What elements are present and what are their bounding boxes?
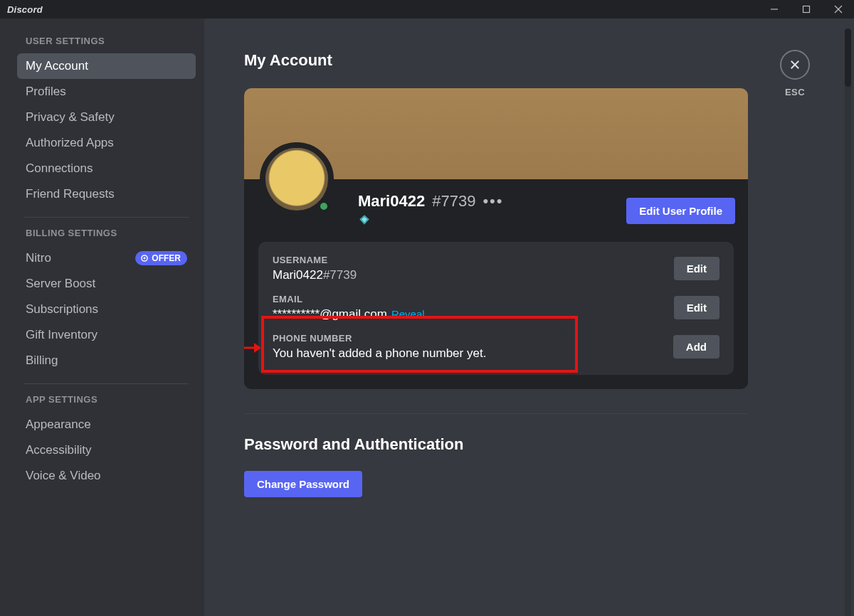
profile-more-button[interactable]: ••• [483, 192, 503, 211]
sidebar-item-label: My Account [26, 59, 88, 73]
sidebar-divider [24, 383, 189, 384]
sidebar-item-nitro[interactable]: Nitro OFFER [17, 245, 196, 271]
field-value: **********@gmail.comReveal [273, 307, 425, 322]
window-maximize-button[interactable] [790, 0, 822, 18]
sidebar-item-label: Appearance [26, 418, 91, 432]
sidebar-item-label: Subscriptions [26, 302, 98, 317]
settings-sidebar: USER SETTINGS My Account Profiles Privac… [0, 18, 204, 616]
account-fields: USERNAME Mari0422#7739 Edit EMAIL [258, 242, 734, 375]
settings-content: ESC My Account Mari0422#7739 •• [204, 18, 854, 616]
sidebar-item-authorized-apps[interactable]: Authorized Apps [17, 130, 196, 156]
field-phone-number: PHONE NUMBER You haven't added a phone n… [273, 323, 719, 362]
sidebar-item-billing[interactable]: Billing [17, 348, 196, 373]
offer-badge-text: OFFER [152, 253, 181, 263]
sidebar-item-label: Connections [26, 161, 93, 176]
annotation-arrow-icon [244, 341, 261, 357]
field-username: USERNAME Mari0422#7739 Edit [273, 245, 719, 284]
field-value: Mari0422#7739 [273, 268, 357, 282]
sidebar-item-profiles[interactable]: Profiles [17, 79, 196, 105]
field-email: EMAIL **********@gmail.comReveal Edit [273, 284, 719, 323]
change-password-button[interactable]: Change Password [244, 471, 362, 497]
window-titlebar: Discord [0, 0, 854, 18]
sidebar-item-label: Gift Inventory [26, 328, 97, 342]
scrollbar-thumb[interactable] [845, 28, 851, 87]
content-divider [244, 413, 748, 414]
edit-user-profile-button[interactable]: Edit User Profile [626, 198, 735, 224]
svg-point-5 [144, 257, 146, 260]
password-auth-title: Password and Authentication [244, 435, 748, 454]
sidebar-item-subscriptions[interactable]: Subscriptions [17, 297, 196, 322]
sidebar-item-gift-inventory[interactable]: Gift Inventory [17, 322, 196, 348]
status-online-icon [317, 199, 331, 213]
profile-card: Mari0422#7739 ••• Edit User Profile [244, 88, 748, 389]
sidebar-item-server-boost[interactable]: Server Boost [17, 271, 196, 297]
profile-username: Mari0422 [358, 192, 425, 211]
window-close-button[interactable] [822, 0, 854, 18]
add-phone-button[interactable]: Add [673, 335, 719, 359]
edit-username-button[interactable]: Edit [674, 257, 719, 280]
sidebar-section-billing-settings: BILLING SETTINGS [26, 228, 196, 238]
sidebar-item-privacy-safety[interactable]: Privacy & Safety [17, 105, 196, 130]
hypesquad-badge-icon [358, 213, 503, 229]
sidebar-item-label: Accessibility [26, 443, 92, 457]
sidebar-item-accessibility[interactable]: Accessibility [17, 437, 196, 463]
sidebar-item-label: Server Boost [26, 277, 95, 291]
nitro-icon [139, 253, 149, 263]
sidebar-item-connections[interactable]: Connections [17, 156, 196, 181]
field-label: EMAIL [273, 294, 425, 304]
svg-rect-1 [803, 6, 809, 13]
reveal-email-button[interactable]: Reveal [391, 308, 425, 320]
sidebar-item-appearance[interactable]: Appearance [17, 412, 196, 437]
sidebar-section-app-settings: APP SETTINGS [26, 394, 196, 405]
window-minimize-button[interactable] [758, 0, 790, 18]
sidebar-item-label: Friend Requests [26, 187, 115, 201]
sidebar-divider [24, 217, 189, 218]
page-title: My Account [244, 51, 748, 70]
edit-email-button[interactable]: Edit [674, 296, 719, 319]
sidebar-item-my-account[interactable]: My Account [17, 53, 196, 79]
scrollbar[interactable] [845, 28, 851, 616]
sidebar-item-label: Billing [26, 354, 58, 368]
profile-discriminator: #7739 [432, 192, 475, 211]
app-name: Discord [7, 4, 43, 15]
sidebar-item-friend-requests[interactable]: Friend Requests [17, 181, 196, 207]
field-value: You haven't added a phone number yet. [273, 346, 486, 361]
sidebar-item-label: Privacy & Safety [26, 110, 115, 124]
offer-badge: OFFER [135, 251, 187, 265]
sidebar-section-user-settings: USER SETTINGS [26, 36, 196, 46]
field-label: PHONE NUMBER [273, 333, 486, 344]
field-label: USERNAME [273, 255, 357, 265]
svg-marker-11 [254, 343, 261, 353]
sidebar-item-voice-video[interactable]: Voice & Video [17, 463, 196, 489]
sidebar-item-label: Nitro [26, 251, 51, 265]
close-icon [789, 58, 801, 71]
sidebar-item-label: Authorized Apps [26, 136, 114, 150]
sidebar-item-label: Voice & Video [26, 469, 101, 483]
sidebar-item-label: Profiles [26, 85, 66, 99]
